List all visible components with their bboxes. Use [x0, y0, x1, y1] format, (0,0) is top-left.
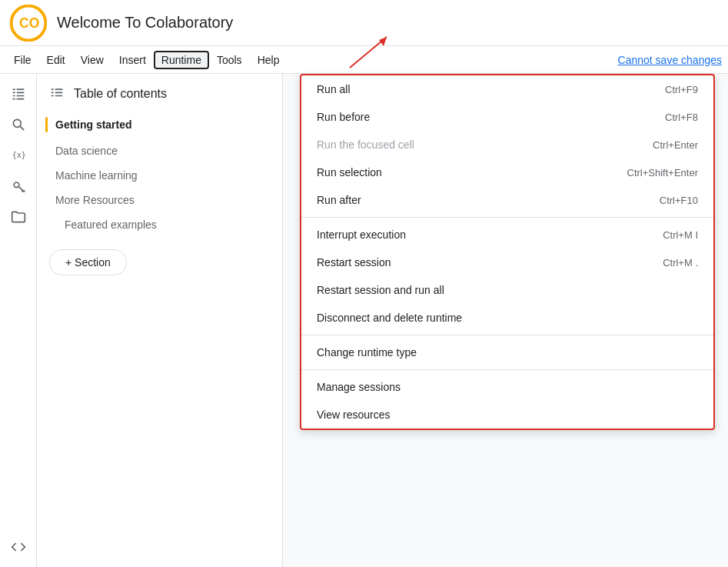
dropdown-item-label: Run the focused cell — [317, 138, 414, 151]
dropdown-item-shortcut: Ctrl+F10 — [660, 195, 698, 206]
dropdown-divider — [301, 369, 713, 370]
svg-rect-4 — [12, 88, 15, 90]
header: CO Welcome To Colaboratory — [0, 0, 728, 46]
section-btn-container: + Section — [37, 237, 282, 288]
dropdown-item-disconnect-and-delete-runtime[interactable]: Disconnect and delete runtime — [301, 304, 713, 332]
svg-rect-8 — [12, 95, 15, 97]
nav-item-data-science[interactable]: Data science — [37, 138, 282, 163]
menubar: FileEditViewInsertRuntimeToolsHelp Canno… — [0, 46, 728, 74]
dropdown-item-label: Run before — [317, 111, 370, 123]
nav-item-more-resources[interactable]: More Resources — [37, 188, 282, 212]
dropdown-item-label: Run selection — [317, 166, 382, 178]
menu-item-help[interactable]: Help — [250, 51, 288, 69]
dropdown-item-shortcut: Ctrl+F9 — [665, 84, 698, 95]
dropdown-item-label: Restart session — [317, 256, 391, 268]
svg-text:{x}: {x} — [12, 151, 25, 159]
menu-item-file[interactable]: File — [6, 51, 39, 69]
dropdown-item-restart-session-and-run-all[interactable]: Restart session and run all — [301, 276, 713, 304]
search-icon-btn[interactable] — [5, 111, 32, 138]
svg-rect-19 — [52, 88, 54, 90]
cannot-save-link[interactable]: Cannot save changes — [618, 54, 722, 66]
dropdown-item-label: Run all — [317, 83, 351, 95]
svg-line-13 — [20, 126, 24, 130]
sidebar-icon-rail: {x} — [0, 74, 37, 567]
nav-item-machine-learning[interactable]: Machine learning — [37, 163, 282, 188]
svg-rect-21 — [52, 92, 54, 94]
dropdown-item-restart-session[interactable]: Restart sessionCtrl+M . — [301, 248, 713, 276]
dropdown-item-interrupt-execution[interactable]: Interrupt executionCtrl+M I — [301, 221, 713, 248]
dropdown-item-label: Interrupt execution — [317, 228, 406, 241]
svg-text:CO: CO — [19, 15, 39, 31]
page-title: Welcome To Colaboratory — [57, 14, 719, 32]
code-editor-icon-btn[interactable] — [5, 533, 32, 561]
dropdown-item-shortcut: Ctrl+M . — [663, 257, 698, 268]
sidebar-panel: Table of contents Getting startedData sc… — [37, 74, 283, 567]
variables-icon-btn[interactable]: {x} — [5, 142, 32, 169]
add-section-button[interactable]: + Section — [49, 249, 127, 275]
toc-icon-btn[interactable] — [5, 80, 32, 108]
dropdown-item-label: Change runtime type — [317, 346, 417, 359]
dropdown-item-label: Restart session and run all — [317, 284, 444, 296]
menu-item-view[interactable]: View — [73, 51, 111, 69]
dropdown-item-label: View resources — [317, 409, 390, 421]
dropdown-divider — [301, 217, 713, 218]
dropdown-item-run-all[interactable]: Run allCtrl+F9 — [301, 75, 713, 103]
svg-rect-20 — [55, 88, 63, 90]
svg-rect-10 — [12, 98, 15, 100]
svg-rect-22 — [55, 92, 63, 94]
nav-items-list: Getting startedData scienceMachine learn… — [37, 111, 282, 237]
dropdown-item-run-before[interactable]: Run beforeCtrl+F8 — [301, 103, 713, 131]
toc-panel-icon — [49, 86, 65, 102]
menu-item-edit[interactable]: Edit — [39, 51, 73, 69]
dropdown-item-shortcut: Ctrl+F8 — [665, 112, 698, 123]
toc-heading: Table of contents — [74, 87, 167, 101]
svg-rect-6 — [12, 92, 15, 94]
dropdown-item-shortcut: Ctrl+Enter — [653, 139, 698, 151]
nav-item-getting-started[interactable]: Getting started — [37, 111, 282, 138]
svg-rect-11 — [16, 98, 24, 100]
dropdown-item-label: Manage sessions — [317, 381, 401, 393]
dropdown-item-view-resources[interactable]: View resources — [301, 401, 713, 429]
svg-rect-9 — [16, 95, 24, 97]
svg-rect-23 — [52, 95, 54, 97]
nav-item-featured-examples[interactable]: Featured examples — [37, 212, 282, 237]
menu-item-insert[interactable]: Insert — [111, 51, 154, 69]
dropdown-item-run-selection[interactable]: Run selectionCtrl+Shift+Enter — [301, 158, 713, 186]
dropdown-item-run-after[interactable]: Run afterCtrl+F10 — [301, 186, 713, 214]
dropdown-item-label: Run after — [317, 194, 361, 206]
dropdown-item-shortcut: Ctrl+Shift+Enter — [627, 167, 699, 178]
dropdown-divider — [301, 335, 713, 335]
dropdown-item-run-the-focused-cell: Run the focused cellCtrl+Enter — [301, 131, 713, 158]
svg-rect-5 — [16, 88, 24, 90]
files-icon-btn[interactable] — [5, 203, 32, 231]
dropdown-item-manage-sessions[interactable]: Manage sessions — [301, 373, 713, 401]
dropdown-item-change-runtime-type[interactable]: Change runtime type — [301, 339, 713, 366]
sidebar-title: Table of contents — [37, 86, 282, 111]
logo[interactable]: CO — [9, 4, 48, 42]
svg-point-15 — [14, 182, 19, 188]
menu-item-tools[interactable]: Tools — [209, 51, 250, 69]
secrets-icon-btn[interactable] — [5, 172, 32, 200]
menu-item-runtime[interactable]: Runtime — [154, 51, 209, 69]
runtime-dropdown: Run allCtrl+F9Run beforeCtrl+F8Run the f… — [300, 74, 715, 430]
svg-rect-7 — [16, 92, 24, 94]
dropdown-item-label: Disconnect and delete runtime — [317, 312, 462, 324]
dropdown-item-shortcut: Ctrl+M I — [663, 229, 698, 241]
svg-rect-24 — [55, 95, 63, 97]
